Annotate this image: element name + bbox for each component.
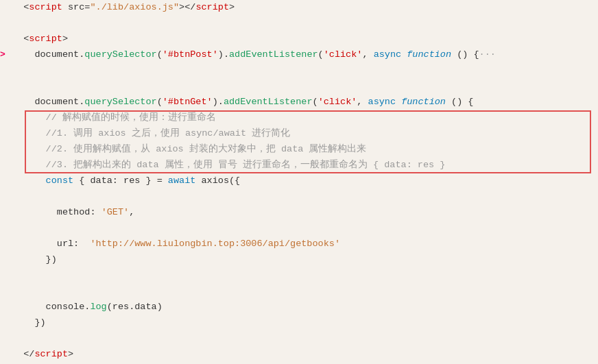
line-text: document.querySelector('#btnPost').addEv… [12, 47, 598, 63]
token: // 解构赋值的时候，使用：进行重命名 [12, 112, 216, 123]
line-text: document.querySelector('#btnGet').addEve… [12, 95, 598, 110]
line-text: //2. 使用解构赋值，从 axios 封装的大对象中，把 data 属性解构出… [12, 142, 598, 158]
token: console. [12, 302, 90, 312]
line-text: <script src="./lib/axios.js"></script> [12, 0, 598, 16]
code-line: }) [0, 252, 598, 268]
code-line [0, 189, 598, 205]
code-line: }) [0, 315, 598, 331]
token: script [34, 349, 68, 359]
token: querySelector [84, 97, 156, 107]
token: //3. 把解构出来的 data 属性，使用 冒号 进行重命名，一般都重命名为 … [12, 160, 445, 170]
code-line [0, 331, 598, 347]
line-text [12, 63, 598, 79]
token [12, 175, 46, 186]
line-text: //3. 把解构出来的 data 属性，使用 冒号 进行重命名，一般都重命名为 … [12, 158, 598, 173]
token: 'click' [324, 49, 363, 60]
token: ( [318, 49, 324, 60]
line-text: method: 'GET', [12, 205, 598, 221]
token: () { [446, 97, 474, 107]
token: //1. 调用 axios 之后，使用 async/await 进行简化 [12, 128, 290, 138]
token: (res.data) [107, 302, 163, 312]
line-text [12, 268, 598, 284]
token: ( [157, 49, 163, 60]
token: < [12, 34, 29, 44]
line-text: //1. 调用 axios 之后，使用 async/await 进行简化 [12, 126, 598, 142]
token: axios({ [195, 175, 240, 186]
code-line: //3. 把解构出来的 data 属性，使用 冒号 进行重命名，一般都重命名为 … [0, 158, 598, 173]
token: ). [218, 49, 229, 60]
token: addEventListener [229, 49, 318, 60]
token: log [90, 302, 106, 312]
token: ></ [179, 2, 195, 12]
token: function [401, 97, 446, 107]
line-text: </script> [12, 347, 598, 363]
token: }) [12, 317, 46, 328]
line-text [12, 79, 598, 95]
line-text [12, 221, 598, 236]
code-line: </script> [0, 347, 598, 363]
code-line: <script src="./lib/axios.js"></script> [0, 0, 598, 16]
token: > [229, 2, 235, 12]
code-editor: <script src="./lib/axios.js"></script> <… [0, 0, 598, 364]
line-arrow: > [0, 47, 12, 62]
line-text [12, 189, 598, 205]
code-line: method: 'GET', [0, 205, 598, 221]
token: src= [62, 2, 91, 12]
line-text: url: 'http://www.liulongbin.top:3006/api… [12, 236, 598, 252]
token: ( [157, 97, 163, 107]
code-wrapper: <script src="./lib/axios.js"></script> <… [0, 0, 598, 364]
line-text: }) [12, 252, 598, 268]
token: 'GET' [101, 207, 130, 217]
token: }) [12, 254, 57, 265]
token: async [368, 97, 402, 107]
token: , [362, 49, 373, 60]
token: > [68, 349, 73, 359]
code-line: console.log(res.data) [0, 300, 598, 315]
token: '#btnGet' [163, 97, 213, 107]
token: script [29, 34, 62, 44]
token: > [62, 34, 68, 44]
token: method: [12, 207, 101, 217]
line-text: const { data: res } = await axios({ [12, 173, 598, 189]
token: document. [12, 97, 84, 107]
token: url: [12, 239, 90, 249]
code-line [0, 284, 598, 300]
token: await [168, 175, 196, 186]
token: , [129, 207, 134, 217]
line-text: }) [12, 315, 598, 331]
token: async [374, 49, 407, 60]
token: ··· [479, 49, 496, 60]
token: ( [313, 97, 318, 107]
code-line: //1. 调用 axios 之后，使用 async/await 进行简化 [0, 126, 598, 142]
token: < [12, 2, 29, 12]
code-line [0, 221, 598, 236]
line-text [12, 284, 598, 300]
code-line: > document.querySelector('#btnPost').add… [0, 47, 598, 63]
code-line [0, 268, 598, 284]
code-line [0, 16, 598, 32]
token: { data: res } = [73, 175, 168, 186]
code-line: url: 'http://www.liulongbin.top:3006/api… [0, 236, 598, 252]
token: () { [451, 49, 479, 60]
token: </ [12, 349, 34, 359]
code-line [0, 63, 598, 79]
code-line [0, 79, 598, 95]
token: ). [213, 97, 224, 107]
token: , [357, 97, 368, 107]
token: script [195, 2, 229, 12]
token: 'http://www.liulongbin.top:3006/api/getb… [90, 239, 340, 249]
token: addEventListener [224, 97, 313, 107]
line-text: <script> [12, 32, 598, 47]
token: '#btnPost' [163, 49, 218, 60]
code-line: // 解构赋值的时候，使用：进行重命名 [0, 110, 598, 126]
token: function [407, 49, 451, 60]
code-line: const { data: res } = await axios({ [0, 173, 598, 189]
token: const [46, 175, 74, 186]
token: //2. 使用解构赋值，从 axios 封装的大对象中，把 data 属性解构出… [12, 144, 366, 154]
token: 'click' [318, 97, 357, 107]
code-line: //2. 使用解构赋值，从 axios 封装的大对象中，把 data 属性解构出… [0, 142, 598, 158]
code-line: document.querySelector('#btnGet').addEve… [0, 95, 598, 110]
line-text [12, 331, 598, 347]
token: script [29, 2, 62, 12]
token: querySelector [84, 49, 156, 60]
